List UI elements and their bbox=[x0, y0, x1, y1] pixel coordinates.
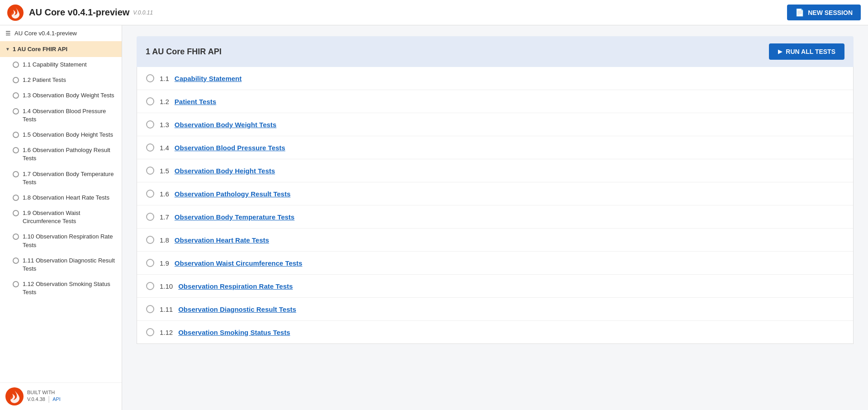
sidebar-item-label: 1.10 Observation Respiration Rate Tests bbox=[23, 233, 116, 249]
test-number: 1.11 bbox=[160, 305, 173, 313]
test-link[interactable]: Observation Body Temperature Tests bbox=[175, 213, 294, 221]
test-radio-circle bbox=[146, 143, 154, 152]
test-item-1.3[interactable]: 1.3 Observation Body Weight Tests bbox=[137, 113, 853, 136]
sidebar-item-label: 1.6 Observation Pathology Result Tests bbox=[23, 146, 116, 162]
radio-circle bbox=[13, 92, 19, 99]
test-item-1.1[interactable]: 1.1 Capability Statement bbox=[137, 67, 853, 90]
sidebar-item-1.10[interactable]: 1.10 Observation Respiration Rate Tests bbox=[0, 229, 122, 253]
test-item-1.7[interactable]: 1.7 Observation Body Temperature Tests bbox=[137, 205, 853, 229]
test-item-1.6[interactable]: 1.6 Observation Pathology Result Tests bbox=[137, 182, 853, 205]
test-link[interactable]: Observation Heart Rate Tests bbox=[175, 236, 269, 244]
test-link[interactable]: Observation Waist Circumference Tests bbox=[175, 259, 303, 267]
sidebar-top-item[interactable]: ☰ AU Core v0.4.1-preview bbox=[0, 25, 122, 41]
test-item-1.12[interactable]: 1.12 Observation Smoking Status Tests bbox=[137, 321, 853, 343]
sidebar-item-1.4[interactable]: 1.4 Observation Blood Pressure Tests bbox=[0, 104, 122, 127]
test-number: 1.7 bbox=[160, 213, 169, 221]
sidebar-top-label: AU Core v0.4.1-preview bbox=[14, 30, 77, 37]
section-number: 1 bbox=[146, 47, 150, 56]
app-title: AU Core v0.4.1-preview bbox=[29, 7, 129, 18]
inferno-logo bbox=[5, 387, 24, 405]
sidebar-item-label: 1.9 Observation Waist Circumference Test… bbox=[23, 209, 116, 225]
radio-circle bbox=[13, 77, 19, 83]
run-all-tests-button[interactable]: ▶ RUN ALL TESTS bbox=[769, 43, 844, 60]
test-number: 1.4 bbox=[160, 144, 169, 152]
test-number: 1.1 bbox=[160, 75, 169, 82]
section-title-main: AU Core FHIR API bbox=[152, 47, 221, 56]
sidebar-item-label: 1.11 Observation Diagnostic Result Tests bbox=[23, 257, 116, 273]
app-logo bbox=[7, 5, 24, 21]
test-item-1.9[interactable]: 1.9 Observation Waist Circumference Test… bbox=[137, 252, 853, 275]
sidebar-item-1.11[interactable]: 1.11 Observation Diagnostic Result Tests bbox=[0, 253, 122, 277]
test-radio-circle bbox=[146, 97, 154, 105]
test-number: 1.5 bbox=[160, 167, 169, 175]
radio-circle bbox=[13, 108, 19, 114]
sidebar-item-label: 1.1 Capability Statement bbox=[23, 61, 116, 69]
sidebar-item-1.3[interactable]: 1.3 Observation Body Weight Tests bbox=[0, 88, 122, 103]
test-item-1.8[interactable]: 1.8 Observation Heart Rate Tests bbox=[137, 229, 853, 252]
test-number: 1.2 bbox=[160, 98, 169, 105]
test-item-1.10[interactable]: 1.10 Observation Respiration Rate Tests bbox=[137, 275, 853, 298]
test-number: 1.10 bbox=[160, 282, 173, 290]
chevron-down-icon: ▼ bbox=[5, 47, 10, 52]
test-link[interactable]: Observation Smoking Status Tests bbox=[178, 329, 290, 336]
sidebar-item-1.1[interactable]: 1.1 Capability Statement bbox=[0, 57, 122, 72]
test-radio-circle bbox=[146, 120, 154, 129]
test-number: 1.9 bbox=[160, 259, 169, 267]
test-number: 1.12 bbox=[160, 329, 173, 336]
radio-circle bbox=[13, 210, 19, 216]
test-radio-circle bbox=[146, 305, 154, 313]
test-link[interactable]: Capability Statement bbox=[175, 75, 242, 82]
test-item-1.5[interactable]: 1.5 Observation Body Height Tests bbox=[137, 159, 853, 182]
test-link[interactable]: Observation Diagnostic Result Tests bbox=[178, 305, 296, 313]
test-link[interactable]: Patient Tests bbox=[175, 98, 216, 105]
radio-circle bbox=[13, 62, 19, 68]
sidebar-item-1.9[interactable]: 1.9 Observation Waist Circumference Test… bbox=[0, 205, 122, 229]
api-link[interactable]: API bbox=[52, 396, 61, 402]
test-radio-circle bbox=[146, 259, 154, 267]
document-icon: 📄 bbox=[795, 8, 804, 17]
content-area: 1 AU Core FHIR API ▶ RUN ALL TESTS 1.1 C… bbox=[122, 25, 868, 410]
play-icon: ▶ bbox=[778, 48, 782, 55]
radio-circle bbox=[13, 281, 19, 287]
sidebar-item-label: 1.3 Observation Body Weight Tests bbox=[23, 91, 116, 100]
sidebar-group-header[interactable]: ▼ 1 AU Core FHIR API bbox=[0, 41, 122, 57]
test-number: 1.8 bbox=[160, 236, 169, 244]
test-link[interactable]: Observation Blood Pressure Tests bbox=[175, 144, 285, 152]
test-item-1.4[interactable]: 1.4 Observation Blood Pressure Tests bbox=[137, 136, 853, 159]
sidebar-item-label: 1.12 Observation Smoking Status Tests bbox=[23, 280, 116, 296]
sidebar-item-1.8[interactable]: 1.8 Observation Heart Rate Tests bbox=[0, 190, 122, 205]
radio-circle bbox=[13, 171, 19, 177]
test-radio-circle bbox=[146, 328, 154, 336]
test-radio-circle bbox=[146, 74, 154, 82]
sidebar-item-1.7[interactable]: 1.7 Observation Body Temperature Tests bbox=[0, 167, 122, 190]
test-link[interactable]: Observation Body Height Tests bbox=[175, 167, 275, 175]
test-link[interactable]: Observation Body Weight Tests bbox=[175, 121, 276, 129]
sidebar-item-1.6[interactable]: 1.6 Observation Pathology Result Tests bbox=[0, 143, 122, 166]
sidebar-item-1.2[interactable]: 1.2 Patient Tests bbox=[0, 72, 122, 88]
radio-circle bbox=[13, 257, 19, 264]
section-title: 1 AU Core FHIR API bbox=[146, 47, 222, 57]
radio-circle bbox=[13, 147, 19, 153]
footer-text-block: BUILT WITH V.0.4.38 | API bbox=[27, 390, 61, 403]
app-version: V.0.0.11 bbox=[133, 10, 153, 16]
test-item-1.2[interactable]: 1.2 Patient Tests bbox=[137, 90, 853, 113]
sidebar-item-1.5[interactable]: 1.5 Observation Body Height Tests bbox=[0, 127, 122, 143]
new-session-button[interactable]: 📄 NEW SESSION bbox=[787, 5, 861, 20]
test-link[interactable]: Observation Pathology Result Tests bbox=[175, 190, 290, 198]
sidebar-items-list: 1.1 Capability Statement 1.2 Patient Tes… bbox=[0, 57, 122, 300]
app-header: AU Core v0.4.1-preview V.0.0.11 📄 NEW SE… bbox=[0, 0, 868, 25]
sidebar-item-1.12[interactable]: 1.12 Observation Smoking Status Tests bbox=[0, 277, 122, 300]
sidebar-item-label: 1.8 Observation Heart Rate Tests bbox=[23, 194, 116, 202]
test-link[interactable]: Observation Respiration Rate Tests bbox=[178, 282, 293, 290]
test-radio-circle bbox=[146, 167, 154, 175]
test-list: 1.1 Capability Statement 1.2 Patient Tes… bbox=[137, 67, 854, 344]
sidebar-footer: BUILT WITH V.0.4.38 | API bbox=[0, 382, 122, 410]
footer-version: V.0.4.38 bbox=[27, 396, 45, 402]
sidebar-item-label: 1.4 Observation Blood Pressure Tests bbox=[23, 107, 116, 124]
test-radio-circle bbox=[146, 213, 154, 221]
sidebar-item-label: 1.7 Observation Body Temperature Tests bbox=[23, 170, 116, 186]
radio-circle bbox=[13, 195, 19, 201]
sidebar-group-label: 1 AU Core FHIR API bbox=[13, 46, 67, 52]
built-with-label: BUILT WITH bbox=[27, 390, 61, 395]
test-item-1.11[interactable]: 1.11 Observation Diagnostic Result Tests bbox=[137, 298, 853, 321]
